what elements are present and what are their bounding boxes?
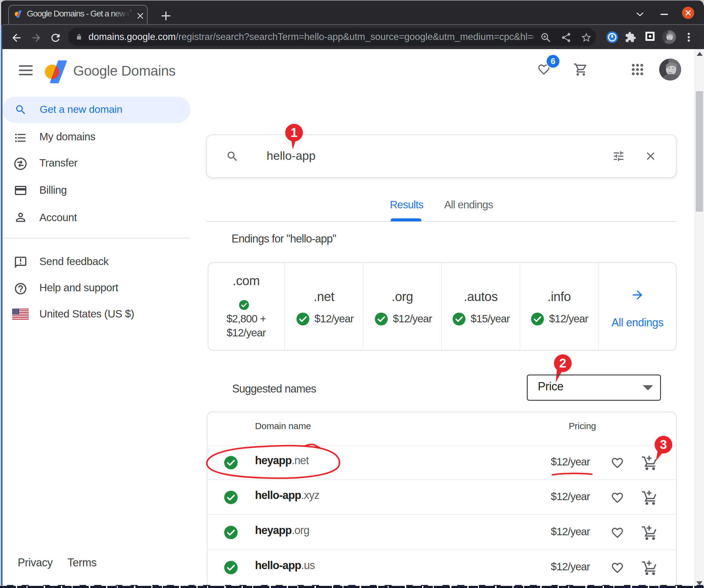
svg-text:3: 3 (660, 437, 667, 452)
svg-text:1: 1 (290, 125, 297, 140)
svg-text:2: 2 (559, 356, 566, 370)
